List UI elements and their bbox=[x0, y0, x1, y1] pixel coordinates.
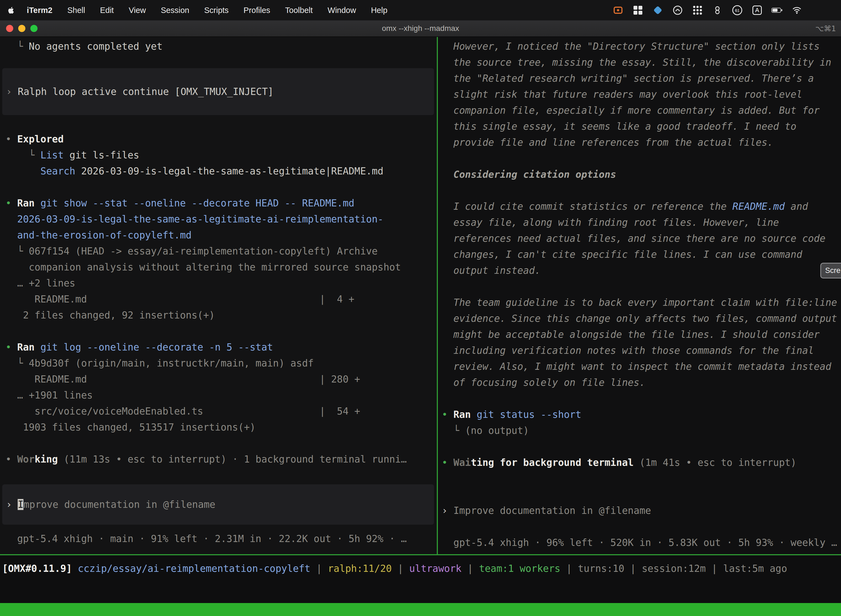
apple-menu[interactable] bbox=[7, 6, 15, 14]
menu-item-help[interactable]: Help bbox=[363, 6, 395, 15]
text-segment: • bbox=[6, 342, 17, 353]
text-segment: Ralph loop active continue [OMX_TMUX_INJ… bbox=[18, 86, 273, 97]
blank-line bbox=[442, 150, 841, 166]
menu-item-window[interactable]: Window bbox=[320, 6, 363, 15]
terminal-line: changes, I can't cite specific file line… bbox=[442, 246, 841, 263]
text-segment: of focusing solely on file lines. bbox=[442, 377, 645, 388]
text-segment: output instead. bbox=[442, 265, 541, 276]
menu-item-toolbelt[interactable]: Toolbelt bbox=[278, 6, 320, 15]
text-segment: king bbox=[35, 454, 58, 465]
text-segment: git show --stat --oneline --decorate HEA… bbox=[35, 198, 354, 209]
terminal-line: The team guideline is to back every impo… bbox=[442, 295, 841, 311]
terminal-line: … +1901 lines bbox=[6, 387, 437, 403]
prompt-input[interactable]: › Improve documentation in @filename bbox=[2, 484, 434, 525]
blank-line bbox=[442, 279, 841, 295]
terminal-line: and-the-erosion-of-copyleft.md bbox=[6, 227, 437, 243]
text-segment: evidence. Since this change only affects… bbox=[442, 313, 837, 324]
terminal-line: └ List git ls-files bbox=[6, 147, 437, 163]
input-source-icon[interactable]: A bbox=[752, 5, 763, 16]
terminal-line: Considering citation options bbox=[442, 166, 841, 182]
blank-line bbox=[442, 182, 841, 198]
text-segment: • bbox=[442, 409, 453, 420]
raycast-icon[interactable] bbox=[652, 5, 663, 16]
window-title-bar: omx --xhigh --madmax ⌥⌘1 bbox=[0, 21, 841, 37]
text-segment: Improve documentation in @filename bbox=[453, 505, 651, 516]
window-title: omx --xhigh --madmax bbox=[0, 24, 841, 33]
battery-gauge-icon[interactable]: 61 bbox=[732, 5, 743, 16]
text-segment: (1m 41s • esc to interrupt) bbox=[633, 457, 796, 468]
terminal-line: of focusing solely on file lines. bbox=[442, 374, 841, 390]
input-source-letter: A bbox=[755, 7, 759, 14]
wifi-icon[interactable] bbox=[791, 5, 802, 16]
blank-line bbox=[6, 435, 437, 451]
text-segment: might be acceptable alongside the file l… bbox=[442, 329, 820, 340]
menu-item-iterm2[interactable]: iTerm2 bbox=[19, 6, 60, 15]
text-segment: README.md | 280 + bbox=[6, 374, 360, 385]
menu-item-scripts[interactable]: Scripts bbox=[197, 6, 236, 15]
infinity-loop-icon[interactable] bbox=[712, 5, 723, 16]
ralph-loop-banner: › Ralph loop active continue [OMX_TMUX_I… bbox=[2, 68, 434, 115]
terminal-line: 2026-03-09-is-legal-the-same-as-legitima… bbox=[6, 211, 437, 227]
terminal-line: └ 4b9d30f (origin/main, instructkr/main,… bbox=[6, 355, 437, 371]
blank-line bbox=[6, 323, 437, 339]
menu-item-view[interactable]: View bbox=[121, 6, 153, 15]
omx-status-bar: [OMX#0.11.9] cczip/essay/ai-reimplementa… bbox=[0, 560, 841, 576]
terminal-line: Search 2026-03-09-is-legal-the-same-as-l… bbox=[6, 163, 437, 179]
minimize-window-button[interactable] bbox=[18, 25, 25, 32]
zoom-window-button[interactable] bbox=[30, 25, 38, 32]
screen-recording-icon[interactable] bbox=[612, 5, 624, 16]
terminal-line: • Explored bbox=[6, 131, 437, 147]
pane-divider-horizontal bbox=[0, 554, 841, 555]
screen-edge-chip[interactable]: Scre bbox=[820, 263, 841, 279]
terminal-line: essay file, along with finding root file… bbox=[442, 214, 841, 230]
blank-line bbox=[6, 115, 437, 131]
terminal-line: src/voice/voiceModeEnabled.ts | 54 + bbox=[6, 403, 437, 419]
text-segment: references need actual files, and since … bbox=[442, 233, 826, 244]
terminal-line: this single essay, it seems like a good … bbox=[442, 119, 841, 134]
text-segment: Ran bbox=[453, 409, 471, 420]
blank-line bbox=[442, 487, 841, 503]
window-grid-icon[interactable] bbox=[632, 5, 643, 16]
text-segment: gpt-5.4 xhigh · 96% left · 520K in · 5.8… bbox=[442, 537, 837, 548]
text-segment: (no output) bbox=[465, 425, 529, 436]
terminal-line: • Ran git show --stat --oneline --decora… bbox=[6, 195, 437, 211]
text-segment: turns:10 bbox=[578, 563, 624, 574]
battery-icon[interactable] bbox=[771, 5, 782, 16]
menu-item-edit[interactable]: Edit bbox=[92, 6, 121, 15]
text-segment: the "Related research writing" section i… bbox=[442, 73, 814, 84]
terminal-pane-left[interactable]: └ No agents completed yet› Ralph loop ac… bbox=[0, 37, 437, 554]
text-segment: git ls-files bbox=[64, 150, 139, 161]
text-segment: Wai bbox=[453, 457, 471, 468]
text-segment: session:12m bbox=[642, 563, 706, 574]
menu-items: iTerm2 Shell Edit View Session Scripts P… bbox=[19, 6, 395, 15]
session-stats-right: gpt-5.4 xhigh · 96% left · 520K in · 5.8… bbox=[442, 535, 841, 551]
terminal-line: including verification notes with those … bbox=[442, 343, 841, 358]
blank-line bbox=[442, 471, 841, 487]
text-segment: No agents completed yet bbox=[29, 41, 163, 52]
text-segment: Ran bbox=[17, 342, 35, 353]
text-segment: › bbox=[442, 505, 453, 516]
text-segment: | bbox=[706, 563, 723, 574]
text-segment: and bbox=[785, 201, 808, 212]
app-launcher-grid-icon[interactable] bbox=[692, 5, 703, 16]
terminal-line: └ (no output) bbox=[442, 422, 841, 439]
traffic-lights bbox=[0, 25, 38, 32]
terminal-pane-right[interactable]: However, I noticed the "Directory Struct… bbox=[438, 37, 841, 554]
text-segment: and-the-erosion-of-copyleft.md bbox=[6, 230, 192, 241]
text-segment: | bbox=[462, 563, 479, 574]
blank-line bbox=[442, 390, 841, 406]
menu-item-profiles[interactable]: Profiles bbox=[236, 6, 278, 15]
menu-item-shell[interactable]: Shell bbox=[60, 6, 93, 15]
text-segment: 2026-03-09-is-legal-the-same-as-legitima… bbox=[6, 214, 384, 224]
close-window-button[interactable] bbox=[6, 25, 13, 32]
pane-right-content: However, I noticed the "Directory Struct… bbox=[438, 37, 841, 551]
agent-waiting-status: • Waiting for background terminal (1m 41… bbox=[442, 455, 841, 471]
session-stats: gpt-5.4 xhigh · main · 91% left · 2.31M … bbox=[6, 531, 437, 547]
menu-item-session[interactable]: Session bbox=[154, 6, 197, 15]
prompt-input-right: › Improve documentation in @filename bbox=[442, 503, 841, 519]
ai-assistant-icon[interactable] bbox=[672, 5, 683, 16]
apple-logo-icon bbox=[7, 6, 15, 14]
loop-glyph bbox=[713, 6, 722, 15]
text-segment: team:1 workers bbox=[479, 563, 560, 574]
text-segment: the source tree, missing the essay. Stil… bbox=[442, 57, 831, 68]
